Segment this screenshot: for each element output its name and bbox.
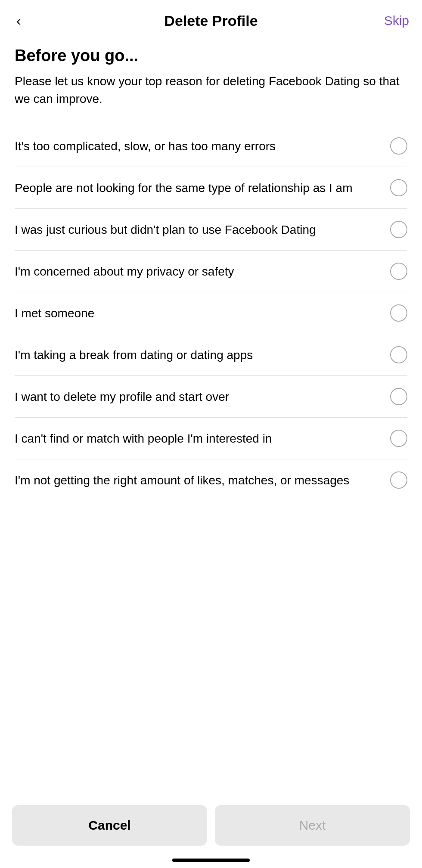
radio-button <box>390 471 407 489</box>
list-item[interactable]: I can't find or match with people I'm in… <box>15 417 407 459</box>
option-label: I'm concerned about my privacy or safety <box>15 263 390 280</box>
list-item[interactable]: It's too complicated, slow, or has too m… <box>15 125 407 167</box>
list-item[interactable]: People are not looking for the same type… <box>15 167 407 208</box>
back-icon: ‹ <box>16 13 21 28</box>
option-label: People are not looking for the same type… <box>15 180 390 196</box>
header: ‹ Delete Profile Skip <box>0 0 422 38</box>
list-item[interactable]: I'm not getting the right amount of like… <box>15 459 407 501</box>
radio-button <box>390 221 407 238</box>
section-title: Before you go... <box>15 46 407 65</box>
list-item[interactable]: I'm taking a break from dating or dating… <box>15 334 407 375</box>
option-label: I was just curious but didn't plan to us… <box>15 221 390 238</box>
next-button[interactable]: Next <box>215 805 410 846</box>
radio-button <box>390 388 407 405</box>
radio-button <box>390 263 407 280</box>
skip-button[interactable]: Skip <box>384 13 409 28</box>
main-content: Before you go... Please let us know your… <box>0 38 422 501</box>
cancel-button[interactable]: Cancel <box>12 805 207 846</box>
option-label: It's too complicated, slow, or has too m… <box>15 138 390 155</box>
home-indicator <box>172 859 250 862</box>
options-list: It's too complicated, slow, or has too m… <box>15 125 407 501</box>
radio-button <box>390 346 407 363</box>
page-title: Delete Profile <box>164 12 258 29</box>
radio-button <box>390 137 407 155</box>
list-item[interactable]: I want to delete my profile and start ov… <box>15 375 407 417</box>
back-button[interactable]: ‹ <box>13 12 25 29</box>
option-label: I can't find or match with people I'm in… <box>15 430 390 447</box>
bottom-bar: Cancel Next <box>0 795 422 868</box>
option-label: I want to delete my profile and start ov… <box>15 388 390 405</box>
section-description: Please let us know your top reason for d… <box>15 73 407 108</box>
radio-button <box>390 304 407 322</box>
list-item[interactable]: I was just curious but didn't plan to us… <box>15 208 407 250</box>
option-label: I'm not getting the right amount of like… <box>15 472 390 489</box>
option-label: I met someone <box>15 305 390 322</box>
radio-button <box>390 179 407 196</box>
radio-button <box>390 430 407 447</box>
list-item[interactable]: I met someone <box>15 292 407 334</box>
option-label: I'm taking a break from dating or dating… <box>15 347 390 363</box>
list-item[interactable]: I'm concerned about my privacy or safety <box>15 250 407 292</box>
